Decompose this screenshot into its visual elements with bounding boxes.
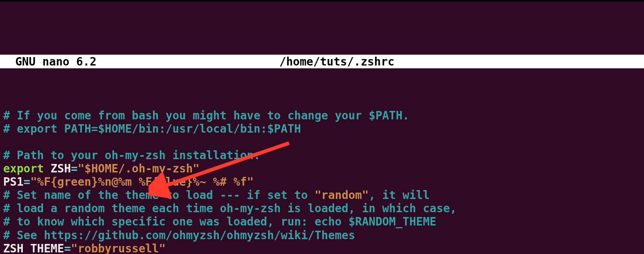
code-string: "%F{green}%n@%m %F{blue}%~ %# %f" (30, 175, 253, 188)
code-op: = (64, 242, 71, 254)
nano-title-bar: GNU nano 6.2 /home/tuts/.zshrc (0, 55, 644, 68)
nano-file-path: /home/tuts/.zshrc (96, 55, 642, 68)
code-space (44, 162, 51, 175)
code-line: # Set name of the theme to load --- if s… (3, 188, 314, 202)
code-op: = (71, 162, 78, 175)
code-line: # load a random theme each time oh-my-zs… (3, 202, 457, 215)
code-line: # export PATH=$HOME/bin:/usr/local/bin:$… (3, 122, 301, 135)
nano-app-title: GNU nano 6.2 (2, 55, 96, 68)
code-line: # If you come from bash you might have t… (3, 109, 409, 122)
code-keyword: export (3, 162, 44, 175)
code-var: PS1 (3, 175, 24, 188)
code-string: "$HOME/.oh-my-zsh" (77, 162, 199, 175)
code-line: # See https://github.com/ohmyzsh/ohmyzsh… (3, 229, 355, 242)
code-op: = (24, 175, 31, 188)
code-line: # to know which specific one was loaded,… (3, 215, 436, 228)
code-string: "random" (314, 188, 369, 202)
code-var: ZSH (51, 162, 71, 175)
code-string: "robbyrussell" (71, 242, 166, 254)
code-line: # Path to your oh-my-zsh installation. (3, 149, 261, 162)
code-line: , it will (369, 188, 430, 202)
editor-content[interactable]: # If you come from bash you might have t… (0, 95, 644, 254)
code-var: ZSH_THEME (3, 242, 64, 254)
